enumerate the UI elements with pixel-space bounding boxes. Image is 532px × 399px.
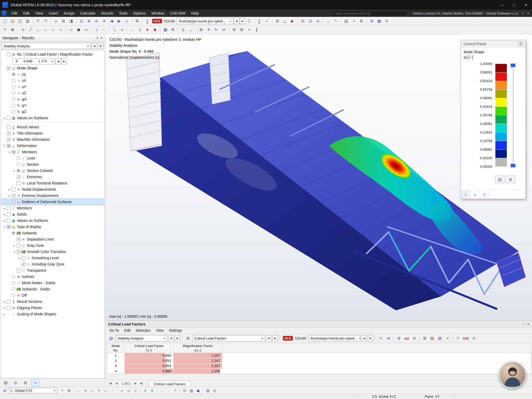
tree-item-values-on-surfaces[interactable]: ▸▦Values on Surfaces: [1, 115, 104, 121]
blocks-icon[interactable]: ▦: [376, 18, 383, 24]
navigator-toggle-icon[interactable]: ≡: [52, 18, 59, 24]
expand-arrow-icon[interactable]: ▸: [3, 117, 6, 119]
close-button[interactable]: ✕: [520, 0, 532, 10]
tree-item-smooth-color-transition[interactable]: ▾✓Smooth Color Transition: [1, 249, 104, 255]
insert-node-icon[interactable]: ⊙: [19, 26, 26, 33]
next-page-button[interactable]: ▶: [132, 381, 139, 386]
workplane-xz-icon[interactable]: ▭: [126, 388, 132, 393]
decimal-places-icon[interactable]: 0,00: [462, 335, 470, 342]
load-combinations-icon[interactable]: ∑: [144, 18, 151, 24]
search-input[interactable]: [334, 11, 405, 16]
table-row[interactable]: 14.8931.257: [107, 353, 531, 358]
checkbox[interactable]: [12, 150, 16, 154]
panel-titlebar[interactable]: Critical Load Factors □ ✕: [106, 321, 532, 328]
last-page-button[interactable]: ▶|: [139, 381, 145, 386]
tree-item-x[interactable]: ↻φX: [1, 96, 104, 102]
panel-tab-filter-icon[interactable]: ▽: [480, 191, 489, 199]
background-color-icon[interactable]: ▨: [188, 388, 195, 393]
panel-toggle-icon[interactable]: ◨: [68, 18, 75, 24]
expand-arrow-icon[interactable]: ▸: [3, 313, 6, 316]
analysis-select[interactable]: Stability Analysis ▾: [2, 43, 91, 49]
previous-mode-button[interactable]: ◀: [55, 58, 61, 64]
previous-combination-button[interactable]: ◀: [234, 18, 239, 24]
tree-item-ux[interactable]: ≈uX: [1, 77, 104, 84]
table-select[interactable]: Critical Load Factors ▾: [192, 335, 265, 341]
tree-item-z[interactable]: ↻φZ: [1, 109, 104, 115]
snap-midpoint-icon[interactable]: ◇: [89, 388, 95, 393]
table-views-icon[interactable]: ⊞: [421, 335, 428, 342]
first-page-button[interactable]: |◀: [107, 381, 114, 386]
tree-item-extreme-displacement[interactable]: ▸✓↗Extreme Displacement: [1, 192, 104, 199]
checkbox[interactable]: ✓: [7, 131, 11, 135]
navigator-tab-views-icon[interactable]: ⊞: [21, 379, 30, 386]
navigator-tab-data-icon[interactable]: ▤: [1, 379, 10, 386]
radio-button[interactable]: [12, 231, 15, 235]
next-combination-button[interactable]: ▶: [368, 335, 373, 341]
pan-view-icon[interactable]: ✛: [101, 18, 108, 24]
tree-item-mode-shape[interactable]: ✓◫Mode Shape: [1, 65, 104, 71]
menu-item-tools[interactable]: Tools: [116, 10, 130, 17]
tree-item-solids[interactable]: ▸◼Solids: [1, 211, 104, 217]
table-print-icon[interactable]: ▤: [436, 335, 443, 342]
tree-item-nodal-displacements[interactable]: ▸✛Nodal Displacements: [1, 186, 104, 192]
view-x-icon[interactable]: →: [158, 388, 165, 393]
dimensions-icon[interactable]: ↔: [187, 26, 194, 33]
navigator-tab-display-icon[interactable]: ◎: [11, 379, 20, 386]
menu-item-edit[interactable]: Edit: [21, 10, 32, 17]
tree-item-separation-lines[interactable]: ✓≡Separation Lines: [1, 236, 104, 242]
redo-icon[interactable]: ↷: [42, 18, 49, 24]
check-model-icon[interactable]: ✓: [263, 18, 270, 24]
analysis-select[interactable]: Stability Analysis ▾: [115, 335, 167, 341]
close-navigator-icon[interactable]: ✕: [100, 36, 103, 40]
display-properties-icon[interactable]: ⚙: [134, 18, 141, 24]
coordinate-system-icon[interactable]: ⊞: [2, 388, 8, 393]
renumber-objects-icon[interactable]: ≣: [368, 18, 375, 24]
layers-icon[interactable]: ≣: [231, 26, 238, 33]
expand-arrow-icon[interactable]: ▸: [3, 300, 6, 303]
menu-item-cad-bim[interactable]: CAD-BIM: [167, 10, 188, 17]
radio-button[interactable]: [12, 85, 15, 89]
relative-coordinates-icon[interactable]: Δ: [149, 388, 155, 393]
checkbox[interactable]: [7, 52, 11, 56]
undo-icon[interactable]: ↶: [35, 18, 42, 24]
next-view-icon[interactable]: ▶: [116, 18, 123, 24]
insert-circle-icon[interactable]: ○: [50, 26, 57, 33]
expand-arrow-icon[interactable]: ▾: [3, 144, 6, 147]
tree-item-section-colored[interactable]: ▸◫Section Colored: [1, 168, 104, 174]
render-mode-icon[interactable]: ◼: [195, 388, 201, 393]
program-settings-icon[interactable]: ⚙: [358, 18, 365, 24]
expand-arrow-icon[interactable]: ▾: [12, 250, 16, 253]
tree-item-members[interactable]: ▸╱Members: [1, 205, 104, 211]
tables-toggle-icon[interactable]: ⊞: [60, 18, 67, 24]
close-panel-icon[interactable]: ✕: [518, 41, 523, 46]
insert-solid-icon[interactable]: ◼: [75, 26, 82, 33]
workplane-xy-icon[interactable]: ▱: [119, 388, 125, 393]
checkbox[interactable]: [7, 212, 11, 216]
checkbox[interactable]: [22, 256, 25, 260]
maximize-button[interactable]: □: [508, 0, 520, 10]
checkbox[interactable]: ✓: [12, 194, 16, 198]
tree-item-smoothing-level[interactable]: ▸≈Smoothing Level: [1, 255, 104, 261]
expand-arrow-icon[interactable]: ▸: [12, 169, 16, 172]
table-row[interactable]: 35.0541.247: [107, 363, 531, 369]
checkbox[interactable]: [7, 225, 11, 229]
grid-toggle-icon[interactable]: ⊞: [66, 388, 72, 393]
select-window-icon[interactable]: ⊠: [9, 26, 16, 33]
tree-item-section[interactable]: ◫Section: [1, 161, 104, 168]
progress-icon[interactable]: ◎: [211, 388, 218, 393]
expand-arrow-icon[interactable]: ▸: [3, 213, 6, 216]
expand-arrow-icon[interactable]: ▸: [3, 307, 6, 309]
select-pointer-icon[interactable]: ↖: [2, 26, 9, 33]
tree-item-isolines[interactable]: ≣Isolines: [1, 274, 104, 280]
snap-perpendicular-icon[interactable]: ⊥: [103, 388, 109, 393]
checkbox[interactable]: ✓: [7, 138, 11, 142]
menu-item-settings[interactable]: Settings: [166, 328, 185, 332]
next-analysis-button[interactable]: ▶: [98, 43, 104, 49]
insert-opening-icon[interactable]: ▭: [83, 26, 90, 33]
column-header-magnification-factor[interactable]: Magnification Factorα [--]: [174, 343, 222, 353]
previous-page-button[interactable]: ◀: [114, 381, 120, 386]
coordinate-system-select[interactable]: 1 - Global XYZ ▾: [8, 388, 57, 393]
checkbox[interactable]: [7, 306, 11, 310]
checkbox[interactable]: ✓: [22, 262, 25, 266]
tree-item-deformation[interactable]: ▾△Deformation: [1, 143, 104, 149]
